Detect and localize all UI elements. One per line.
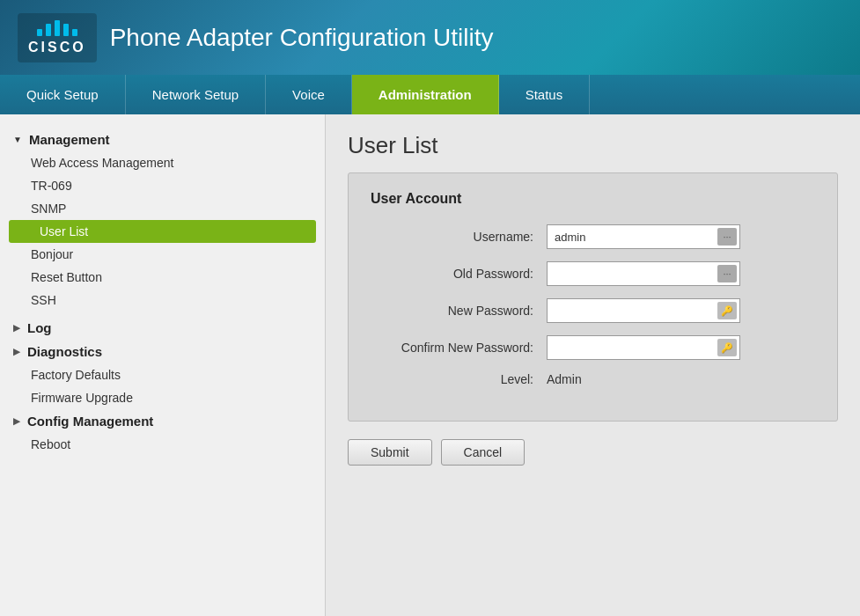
- cisco-text: CISCO: [28, 40, 86, 55]
- new-password-key-icon: 🔑: [717, 302, 737, 319]
- confirm-password-key-icon: 🔑: [717, 339, 737, 356]
- username-dots-icon: ···: [717, 228, 737, 246]
- sidebar-item-log[interactable]: ▶ Log: [0, 316, 325, 340]
- main-content: ▼ Management Web Access Management TR-06…: [0, 114, 860, 616]
- new-password-input-wrapper: 🔑: [547, 298, 740, 323]
- form-card-title: User Account: [371, 191, 815, 207]
- sidebar-item-ssh[interactable]: SSH: [0, 289, 325, 312]
- old-password-label: Old Password:: [371, 267, 547, 281]
- nav-bar: Quick Setup Network Setup Voice Administ…: [0, 75, 860, 114]
- cisco-logo: CISCO: [18, 13, 97, 62]
- sidebar-item-management[interactable]: ▼ Management: [0, 128, 325, 151]
- tab-voice[interactable]: Voice: [266, 75, 352, 114]
- bar1: [37, 29, 42, 36]
- sidebar-item-bonjour[interactable]: Bonjour: [0, 243, 325, 266]
- app-title: Phone Adapter Configuration Utility: [110, 24, 494, 52]
- new-password-label: New Password:: [371, 304, 547, 318]
- old-password-input[interactable]: [547, 261, 740, 286]
- sidebar-section-management: ▼ Management Web Access Management TR-06…: [0, 128, 325, 312]
- confirm-new-password-row: Confirm New Password: 🔑: [371, 335, 815, 360]
- user-account-card: User Account Username: ··· Old Password:…: [348, 172, 838, 422]
- tab-network-setup[interactable]: Network Setup: [126, 75, 266, 114]
- sidebar-item-diagnostics[interactable]: ▶ Diagnostics: [0, 340, 325, 363]
- sidebar-item-reboot[interactable]: Reboot: [0, 433, 325, 456]
- new-password-row: New Password: 🔑: [371, 298, 815, 323]
- sidebar-item-user-list[interactable]: User List: [9, 220, 316, 243]
- new-password-input[interactable]: [547, 298, 740, 323]
- sidebar: ▼ Management Web Access Management TR-06…: [0, 114, 326, 616]
- chevron-right-icon: ▶: [13, 347, 20, 356]
- tab-quick-setup[interactable]: Quick Setup: [0, 75, 126, 114]
- level-row: Level: Admin: [371, 372, 815, 386]
- sidebar-item-web-access-management[interactable]: Web Access Management: [0, 151, 325, 174]
- confirm-new-password-input-wrapper: 🔑: [547, 335, 740, 360]
- tab-status[interactable]: Status: [499, 75, 591, 114]
- sidebar-item-firmware-upgrade[interactable]: Firmware Upgrade: [0, 386, 325, 409]
- sidebar-item-reset-button[interactable]: Reset Button: [0, 266, 325, 289]
- bar5: [72, 29, 77, 36]
- header: CISCO Phone Adapter Configuration Utilit…: [0, 0, 860, 75]
- username-input-wrapper: ···: [547, 224, 740, 249]
- content-panel: User List User Account Username: ··· Old…: [326, 114, 860, 616]
- submit-button[interactable]: Submit: [348, 439, 432, 466]
- username-label: Username:: [371, 230, 547, 244]
- sidebar-item-tr069[interactable]: TR-069: [0, 174, 325, 197]
- old-password-row: Old Password: ···: [371, 261, 815, 286]
- cancel-button[interactable]: Cancel: [441, 439, 526, 466]
- button-row: Submit Cancel: [348, 439, 838, 466]
- confirm-new-password-input[interactable]: [547, 335, 740, 360]
- level-label: Level:: [371, 372, 547, 386]
- old-password-dots-icon: ···: [717, 265, 737, 282]
- sidebar-item-snmp[interactable]: SNMP: [0, 197, 325, 220]
- bar3: [55, 20, 60, 36]
- bar4: [63, 24, 69, 36]
- level-value: Admin: [547, 372, 582, 386]
- tab-administration[interactable]: Administration: [352, 75, 499, 114]
- cisco-bars-icon: [37, 20, 77, 36]
- chevron-right-icon: ▶: [13, 323, 20, 333]
- page-title: User List: [348, 132, 838, 159]
- username-row: Username: ···: [371, 224, 815, 249]
- chevron-down-icon: ▼: [13, 135, 22, 144]
- bar2: [46, 24, 51, 36]
- confirm-new-password-label: Confirm New Password:: [371, 341, 547, 355]
- chevron-right-icon: ▶: [13, 416, 20, 426]
- username-input[interactable]: [547, 224, 740, 249]
- old-password-input-wrapper: ···: [547, 261, 740, 286]
- sidebar-item-config-management[interactable]: ▶ Config Management: [0, 409, 325, 433]
- sidebar-item-factory-defaults[interactable]: Factory Defaults: [0, 363, 325, 386]
